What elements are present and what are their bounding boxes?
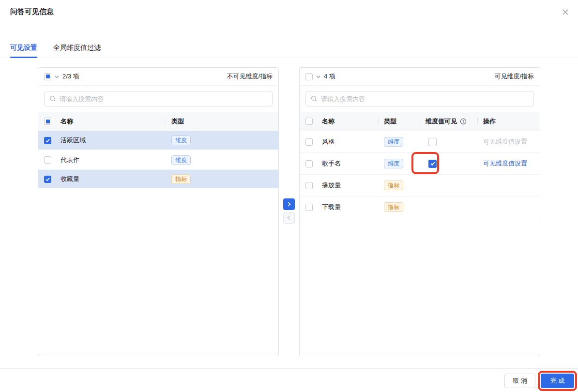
select-all-checkbox[interactable] [305, 73, 313, 80]
panel-title: 不可见维度/指标 [227, 72, 273, 81]
column-header-action: 操作 [477, 117, 540, 126]
header-checkbox[interactable] [44, 118, 51, 125]
table-row[interactable]: 下载量 指标 [300, 196, 540, 218]
selected-count: 4 项 [324, 72, 335, 81]
visible-info-dialog: 问答可见信息 可见设置 全局维度值过滤 2/3 项 不可见维度/指标 [0, 0, 578, 392]
type-badge: 维度 [171, 155, 191, 165]
row-checkbox[interactable] [305, 138, 313, 146]
cancel-button[interactable]: 取 消 [504, 374, 535, 388]
type-badge: 指标 [384, 181, 403, 190]
table-row[interactable]: 收藏量 指标 [38, 170, 278, 189]
row-name: 代表作 [61, 156, 166, 165]
search-box [305, 91, 534, 106]
row-name: 下载量 [322, 203, 378, 211]
row-checkbox[interactable] [44, 176, 51, 183]
header-checkbox[interactable] [305, 118, 313, 125]
row-checkbox[interactable] [305, 160, 313, 167]
search-area [300, 86, 540, 112]
row-name: 收藏量 [61, 175, 166, 183]
table-row[interactable]: 歌手名 维度 可见维度值设置 [300, 153, 540, 175]
table-row[interactable]: 播放量 指标 [300, 175, 540, 196]
column-header-dim-visible: 维度值可见 [420, 117, 477, 126]
search-area [38, 86, 278, 112]
invisible-panel-header: 2/3 项 不可见维度/指标 [38, 68, 278, 86]
dim-visible-checkbox[interactable] [428, 138, 437, 146]
search-box [44, 91, 273, 106]
search-input[interactable] [60, 95, 267, 103]
chevron-down-icon[interactable] [54, 74, 60, 79]
info-icon[interactable] [460, 118, 467, 125]
invisible-panel: 2/3 项 不可见维度/指标 名称 类型 活跃区域 维度 [38, 67, 279, 356]
row-name: 活跃区域 [61, 136, 166, 145]
column-header-name: 名称 [322, 117, 378, 126]
type-badge: 维度 [384, 137, 403, 147]
move-right-button[interactable] [283, 198, 295, 210]
dim-value-settings-link: 可见维度值设置 [483, 138, 527, 145]
table-header: 名称 类型 [38, 112, 278, 131]
footer-divider [0, 368, 578, 369]
table-header: 名称 类型 维度值可见 操作 [300, 112, 540, 131]
select-all-checkbox[interactable] [44, 73, 51, 80]
row-checkbox[interactable] [305, 204, 313, 211]
search-input[interactable] [321, 95, 529, 103]
table-row[interactable]: 风格 维度 可见维度值设置 [300, 131, 540, 153]
row-checkbox[interactable] [44, 156, 51, 164]
panel-title: 可见维度/指标 [494, 72, 534, 81]
table-row[interactable]: 活跃区域 维度 [38, 131, 278, 151]
column-header-name: 名称 [61, 117, 166, 126]
row-name: 播放量 [322, 181, 378, 190]
tab-bar: 可见设置 全局维度值过滤 [0, 41, 578, 58]
move-left-button[interactable] [283, 212, 295, 224]
dialog-title: 问答可见信息 [10, 7, 54, 16]
row-checkbox[interactable] [44, 137, 51, 144]
row-name: 歌手名 [322, 159, 378, 168]
row-checkbox[interactable] [305, 182, 313, 189]
search-icon [311, 95, 318, 102]
chevron-down-icon[interactable] [316, 74, 321, 79]
type-badge: 维度 [384, 159, 403, 168]
type-badge: 指标 [171, 174, 191, 184]
search-icon [49, 95, 56, 102]
visible-panel: 4 项 可见维度/指标 名称 类型 维度值可见 操作 [299, 67, 540, 356]
tab-global-dim-filter[interactable]: 全局维度值过滤 [53, 41, 101, 58]
dim-visible-checkbox[interactable] [428, 160, 437, 168]
close-icon[interactable] [560, 6, 571, 18]
column-header-type: 类型 [378, 117, 420, 126]
dim-value-settings-link[interactable]: 可见维度值设置 [483, 160, 527, 167]
type-badge: 维度 [171, 136, 191, 145]
confirm-button[interactable]: 完 成 [541, 374, 574, 388]
dialog-header: 问答可见信息 [0, 0, 578, 24]
row-name: 风格 [322, 137, 378, 146]
visible-panel-header: 4 项 可见维度/指标 [300, 68, 540, 86]
table-row[interactable]: 代表作 维度 [38, 151, 278, 170]
selected-count: 2/3 项 [62, 72, 79, 81]
column-header-type: 类型 [166, 117, 278, 126]
footer: 取 消 完 成 [504, 374, 574, 388]
tab-visible-settings[interactable]: 可见设置 [10, 41, 37, 58]
type-badge: 指标 [384, 202, 403, 212]
